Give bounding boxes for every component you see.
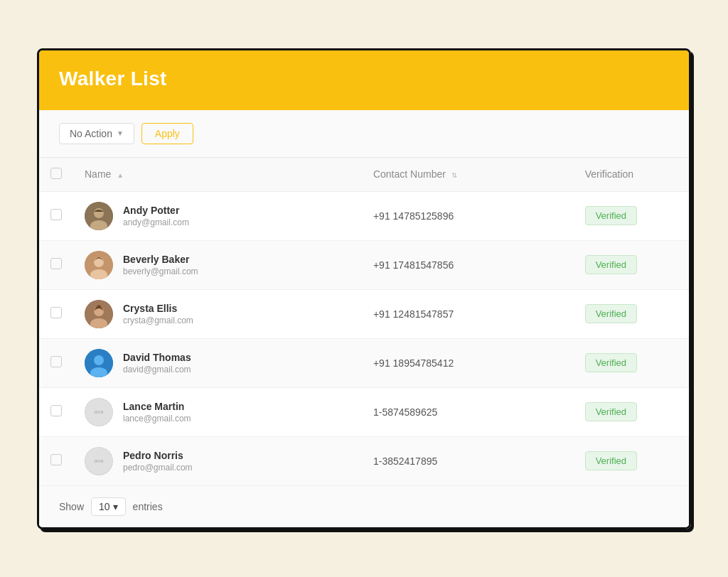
contact-number: 1-3852417895 xyxy=(373,455,437,467)
show-label: Show xyxy=(59,501,84,512)
row-name-cell: Crysta Ellis crysta@gmail.com xyxy=(73,289,362,338)
chevron-down-icon: ▼ xyxy=(117,129,124,137)
avatar xyxy=(85,300,113,328)
row-verification-cell: Verified xyxy=(574,338,689,387)
row-verification-cell: Verified xyxy=(574,191,689,240)
user-cell: Beverly Baker beverly@gmail.com xyxy=(85,251,350,279)
contact-number: +91 12481547857 xyxy=(373,308,454,320)
user-name: Lance Martin xyxy=(123,401,191,412)
row-contact-cell: +91 17481547856 xyxy=(362,240,574,289)
row-checkbox[interactable] xyxy=(50,209,62,220)
user-email: lance@gmail.com xyxy=(123,414,191,424)
header-contact-col: Contact Number ⇅ xyxy=(362,158,574,192)
user-email: andy@gmail.com xyxy=(123,217,189,227)
row-checkbox-cell xyxy=(39,191,73,240)
page-header: Walker List xyxy=(39,50,689,110)
verified-badge: Verified xyxy=(585,206,637,225)
verified-badge: Verified xyxy=(585,402,637,421)
header-checkbox-col xyxy=(39,158,73,192)
user-email: david@gmail.com xyxy=(123,365,191,374)
main-window: Walker List No Action ▼ Apply Na xyxy=(37,48,691,529)
user-info: Crysta Ellis crysta@gmail.com xyxy=(123,303,193,325)
row-contact-cell: +91 14785125896 xyxy=(362,191,574,240)
row-checkbox-cell xyxy=(39,436,73,485)
entries-label: entries xyxy=(133,501,163,512)
toolbar: No Action ▼ Apply xyxy=(39,110,689,158)
user-cell: ava Pedro Norris pedro@gmail.com xyxy=(85,447,350,475)
entries-count: 10 xyxy=(99,501,110,512)
user-email: pedro@gmail.com xyxy=(123,463,193,473)
row-checkbox-cell xyxy=(39,387,73,436)
row-name-cell: David Thomas david@gmail.com xyxy=(73,338,362,387)
user-name: Crysta Ellis xyxy=(123,303,193,314)
row-checkbox[interactable] xyxy=(50,356,62,367)
verified-badge: Verified xyxy=(585,255,637,274)
contact-number: 1-5874589625 xyxy=(373,406,437,418)
table-row: Crysta Ellis crysta@gmail.com +91 124815… xyxy=(39,289,689,338)
row-checkbox[interactable] xyxy=(50,405,62,416)
header-name-col: Name ▲ xyxy=(73,158,362,192)
user-name: Beverly Baker xyxy=(123,254,198,265)
user-cell: David Thomas david@gmail.com xyxy=(85,349,350,377)
verified-badge: Verified xyxy=(585,353,637,372)
select-all-checkbox[interactable] xyxy=(50,168,62,179)
user-info: Beverly Baker beverly@gmail.com xyxy=(123,254,198,276)
svg-point-4 xyxy=(94,257,104,267)
walker-table-container: Name ▲ Contact Number ⇅ Verification xyxy=(39,158,689,485)
user-email: beverly@gmail.com xyxy=(123,266,198,276)
row-name-cell: ava Pedro Norris pedro@gmail.com xyxy=(73,436,362,485)
row-checkbox[interactable] xyxy=(50,307,62,318)
user-info: Pedro Norris pedro@gmail.com xyxy=(123,450,193,473)
user-info: Andy Potter andy@gmail.com xyxy=(123,205,189,227)
row-checkbox[interactable] xyxy=(50,454,62,465)
page-title: Walker List xyxy=(59,68,669,90)
contact-number: +91 18954785412 xyxy=(373,357,454,369)
row-contact-cell: 1-5874589625 xyxy=(362,387,574,436)
sort-name-icon[interactable]: ▲ xyxy=(117,171,124,179)
row-checkbox-cell xyxy=(39,338,73,387)
user-name: David Thomas xyxy=(123,352,191,363)
action-label: No Action xyxy=(70,128,112,139)
entries-per-page-select[interactable]: 10 ▾ xyxy=(91,497,126,516)
table-row: David Thomas david@gmail.com +91 1895478… xyxy=(39,338,689,387)
row-verification-cell: Verified xyxy=(574,387,689,436)
avatar xyxy=(85,202,113,230)
user-cell: ava Lance Martin lance@gmail.com xyxy=(85,398,350,426)
table-row: Beverly Baker beverly@gmail.com +91 1748… xyxy=(39,240,689,289)
table-body: Andy Potter andy@gmail.com +91 147851258… xyxy=(39,191,689,485)
row-checkbox[interactable] xyxy=(50,258,62,269)
action-dropdown[interactable]: No Action ▼ xyxy=(59,123,134,144)
contact-number: +91 14785125896 xyxy=(373,210,454,222)
row-verification-cell: Verified xyxy=(574,289,689,338)
user-info: Lance Martin lance@gmail.com xyxy=(123,401,191,424)
table-row: ava Pedro Norris pedro@gmail.com 1-38524… xyxy=(39,436,689,485)
apply-button[interactable]: Apply xyxy=(141,123,193,144)
row-verification-cell: Verified xyxy=(574,240,689,289)
user-cell: Crysta Ellis crysta@gmail.com xyxy=(85,300,350,328)
row-verification-cell: Verified xyxy=(574,436,689,485)
walker-table: Name ▲ Contact Number ⇅ Verification xyxy=(39,158,689,485)
row-checkbox-cell xyxy=(39,240,73,289)
row-contact-cell: +91 18954785412 xyxy=(362,338,574,387)
user-name: Andy Potter xyxy=(123,205,189,216)
user-info: David Thomas david@gmail.com xyxy=(123,352,191,374)
row-checkbox-cell xyxy=(39,289,73,338)
avatar: ava xyxy=(85,447,113,475)
user-cell: Andy Potter andy@gmail.com xyxy=(85,202,350,230)
row-name-cell: ava Lance Martin lance@gmail.com xyxy=(73,387,362,436)
entries-chevron-icon: ▾ xyxy=(113,501,118,512)
contact-number: +91 17481547856 xyxy=(373,259,454,271)
user-email: crysta@gmail.com xyxy=(123,316,193,325)
svg-point-10 xyxy=(94,355,104,365)
avatar xyxy=(85,349,113,377)
content-area: No Action ▼ Apply Name ▲ xyxy=(39,110,689,527)
avatar xyxy=(85,251,113,279)
sort-contact-icon[interactable]: ⇅ xyxy=(451,171,457,179)
user-name: Pedro Norris xyxy=(123,450,193,461)
row-name-cell: Beverly Baker beverly@gmail.com xyxy=(73,240,362,289)
header-verification-col: Verification xyxy=(574,158,689,192)
verified-badge: Verified xyxy=(585,451,637,470)
table-row: ava Lance Martin lance@gmail.com 1-58745… xyxy=(39,387,689,436)
row-contact-cell: 1-3852417895 xyxy=(362,436,574,485)
table-footer: Show 10 ▾ entries xyxy=(39,485,689,527)
